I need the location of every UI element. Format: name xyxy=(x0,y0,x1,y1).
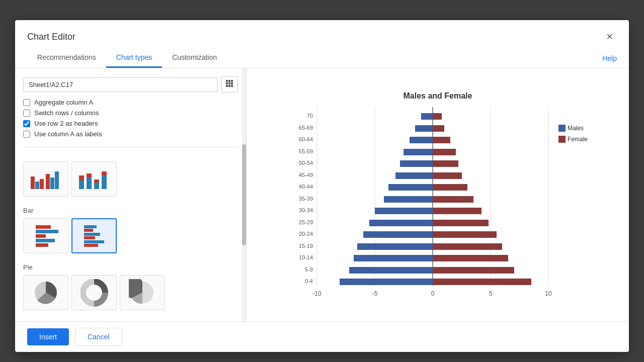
left-panel: Aggregate column A Switch rows / columns… xyxy=(15,68,247,321)
svg-rect-13 xyxy=(50,177,54,189)
svg-rect-22 xyxy=(102,171,107,175)
close-button[interactable]: × xyxy=(602,29,617,44)
pie-thumb-2[interactable] xyxy=(71,275,117,310)
svg-text:10: 10 xyxy=(545,290,552,297)
svg-rect-69 xyxy=(384,196,433,203)
scrollbar-track xyxy=(242,68,246,321)
checkbox-switch-rows: Switch rows / columns xyxy=(23,109,238,117)
switch-rows-checkbox[interactable] xyxy=(23,110,30,117)
use-col-a-checkbox[interactable] xyxy=(23,131,30,138)
tab-recommendations[interactable]: Recommendations xyxy=(27,48,106,68)
svg-rect-26 xyxy=(36,239,55,242)
svg-text:25-29: 25-29 xyxy=(299,219,313,225)
svg-rect-54 xyxy=(410,137,433,143)
svg-text:Males: Males xyxy=(568,125,584,132)
svg-rect-75 xyxy=(369,220,433,226)
bar-section-label: Bar xyxy=(23,207,238,214)
tabs-container: Recommendations Chart types Customizatio… xyxy=(27,48,227,68)
checkbox-use-col-a: Use column A as labels xyxy=(23,130,238,138)
svg-rect-2 xyxy=(231,80,233,82)
use-col-a-label: Use column A as labels xyxy=(34,130,102,138)
svg-rect-20 xyxy=(94,179,99,183)
svg-rect-24 xyxy=(36,230,58,233)
svg-rect-27 xyxy=(36,243,48,247)
svg-rect-1 xyxy=(228,80,230,82)
svg-text:20-24: 20-24 xyxy=(299,231,313,237)
svg-rect-87 xyxy=(349,267,433,274)
svg-text:15-19: 15-19 xyxy=(299,243,313,249)
column-grouped-thumb[interactable] xyxy=(23,161,68,197)
svg-rect-58 xyxy=(433,149,456,155)
svg-rect-21 xyxy=(102,175,107,189)
svg-rect-5 xyxy=(231,82,233,84)
svg-rect-92 xyxy=(558,125,566,132)
column-chart-section xyxy=(23,161,238,199)
svg-rect-66 xyxy=(388,184,433,191)
bar-chart-section: Bar xyxy=(23,207,238,255)
preview-chart-svg: Males and Female -10 -5 0 xyxy=(267,84,609,306)
svg-rect-79 xyxy=(433,231,497,238)
chart-preview: Males and Female -10 -5 0 xyxy=(259,76,617,313)
insert-button[interactable]: Insert xyxy=(27,328,69,345)
svg-text:0: 0 xyxy=(431,290,435,297)
svg-rect-4 xyxy=(228,82,230,84)
svg-rect-0 xyxy=(226,80,228,82)
bar-thumb-1[interactable] xyxy=(23,218,68,253)
divider-1 xyxy=(23,147,238,147)
dialog-title: Chart Editor xyxy=(27,32,75,42)
svg-rect-33 xyxy=(84,244,98,247)
svg-rect-57 xyxy=(404,149,433,155)
scatter-chart-section: Scatter xyxy=(23,320,238,321)
pie-chart-grid xyxy=(23,275,238,310)
svg-rect-25 xyxy=(36,234,46,238)
svg-text:-10: -10 xyxy=(312,290,321,297)
svg-rect-88 xyxy=(433,267,514,274)
svg-rect-60 xyxy=(400,160,433,167)
svg-text:-5: -5 xyxy=(372,290,378,297)
pie-thumb-3[interactable] xyxy=(120,275,165,310)
grid-picker-button[interactable] xyxy=(221,76,238,93)
tabs-row: Recommendations Chart types Customizatio… xyxy=(15,48,629,68)
svg-rect-15 xyxy=(79,180,84,189)
svg-text:Female: Female xyxy=(568,136,588,143)
svg-rect-30 xyxy=(84,233,100,236)
dialog-footer: Insert Cancel xyxy=(15,321,629,352)
svg-rect-90 xyxy=(340,279,433,285)
chart-editor-dialog: Chart Editor × Recommendations Chart typ… xyxy=(15,20,629,352)
aggregate-checkbox[interactable] xyxy=(23,99,30,106)
svg-rect-61 xyxy=(433,160,458,167)
use-row2-checkbox[interactable] xyxy=(23,120,30,127)
right-panel: Males and Female -10 -5 0 xyxy=(247,68,629,321)
checkbox-use-row2: Use row 2 as headers xyxy=(23,120,238,127)
svg-rect-51 xyxy=(415,125,433,132)
pie-thumb-1[interactable] xyxy=(23,275,68,310)
svg-rect-8 xyxy=(231,85,233,87)
column-stacked-thumb[interactable] xyxy=(71,161,117,197)
svg-text:5-9: 5-9 xyxy=(305,266,313,273)
svg-rect-19 xyxy=(94,183,99,189)
pie-chart-section: Pie xyxy=(23,263,238,312)
svg-rect-73 xyxy=(433,208,481,214)
svg-text:55-59: 55-59 xyxy=(299,148,313,154)
svg-rect-85 xyxy=(433,255,508,261)
help-link[interactable]: Help xyxy=(602,54,617,62)
switch-rows-label: Switch rows / columns xyxy=(34,109,99,117)
svg-text:70: 70 xyxy=(307,113,313,119)
svg-rect-14 xyxy=(55,171,59,189)
tab-customization[interactable]: Customization xyxy=(162,48,227,68)
svg-rect-48 xyxy=(421,113,433,120)
svg-rect-49 xyxy=(433,113,442,120)
tab-chart-types[interactable]: Chart types xyxy=(106,48,163,68)
range-input[interactable] xyxy=(23,77,218,92)
use-row2-label: Use row 2 as headers xyxy=(34,120,98,127)
scrollbar-thumb[interactable] xyxy=(242,144,246,245)
scatter-section-label: Scatter xyxy=(23,320,238,321)
svg-rect-9 xyxy=(31,176,35,189)
cancel-button[interactable]: Cancel xyxy=(75,328,122,346)
svg-rect-91 xyxy=(433,279,531,285)
svg-rect-31 xyxy=(84,236,95,239)
svg-rect-23 xyxy=(36,225,51,229)
svg-text:30-34: 30-34 xyxy=(299,207,313,213)
bar-thumb-2[interactable] xyxy=(71,218,117,253)
svg-rect-82 xyxy=(433,243,502,250)
